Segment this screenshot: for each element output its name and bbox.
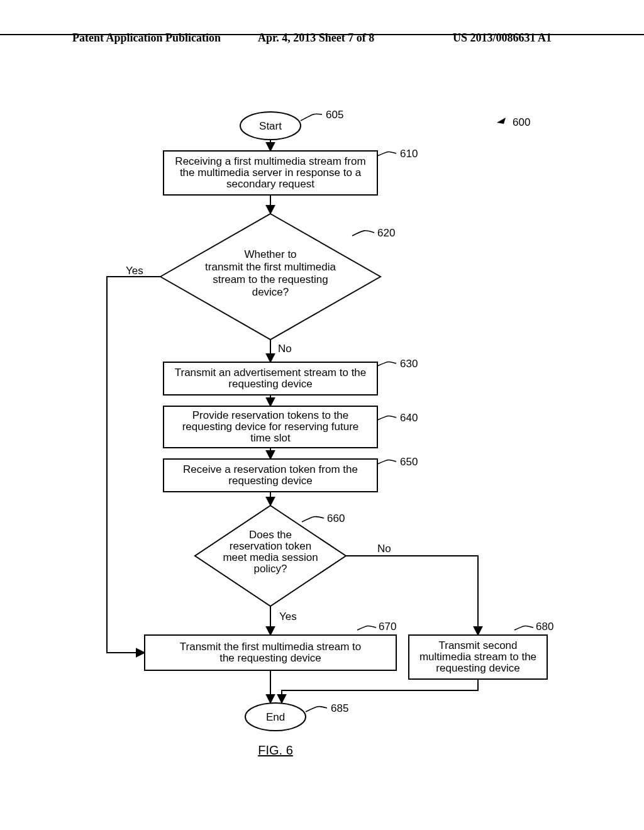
ref-605: 605	[326, 109, 343, 121]
node-610-line2: the multimedia server in response to a	[180, 167, 362, 179]
node-660-line4: policy?	[254, 563, 287, 575]
node-620: Whether to transmit the first multimedia…	[160, 214, 395, 340]
node-620-line2: transmit the first multimedia	[205, 261, 336, 273]
node-640-line3: time slot	[250, 432, 291, 444]
node-680-line3: requesting device	[436, 662, 519, 674]
page-header: Patent Application Publication Apr. 4, 2…	[0, 31, 644, 35]
figure-caption: FIG. 6	[258, 743, 293, 757]
ref-610: 610	[400, 148, 418, 160]
flowchart-svg: 600 Start 605 Receiving a first multimed…	[0, 88, 644, 780]
ref-640: 640	[400, 412, 418, 424]
ref-620: 620	[377, 227, 395, 239]
node-650-line2: requesting device	[228, 475, 312, 487]
ref-630: 630	[400, 358, 418, 370]
node-650-line1: Receive a reservation token from the	[183, 463, 358, 475]
edge-620-no-label: No	[278, 343, 292, 355]
node-620-line4: device?	[252, 286, 289, 298]
node-640-line1: Provide reservation tokens to the	[192, 409, 349, 421]
node-660: Does the reservation token meet media se…	[195, 506, 346, 606]
node-630-line1: Transmit an advertisement stream to the	[175, 367, 367, 379]
node-630-line2: requesting device	[228, 378, 312, 390]
node-end-text: End	[266, 711, 285, 723]
ref-600: 600	[497, 116, 530, 128]
node-660-line3: meet media session	[223, 551, 318, 563]
ref-685: 685	[331, 702, 348, 714]
node-670-line2: the requesting device	[219, 652, 321, 664]
ref-680: 680	[536, 621, 553, 633]
edge-660-yes-label: Yes	[279, 611, 297, 622]
figure-canvas: 600 Start 605 Receiving a first multimed…	[0, 88, 644, 780]
edge-620-yes-label: Yes	[126, 265, 143, 277]
node-640-line2: requesting device for reserving future	[182, 421, 359, 433]
edge-620-670	[107, 277, 160, 653]
node-610-line1: Receiving a first multimedia stream from	[175, 155, 365, 167]
node-610-line3: secondary request	[226, 178, 314, 190]
node-640: Provide reservation tokens to the reques…	[164, 406, 418, 448]
node-680: Transmit second multimedia stream to the…	[409, 621, 553, 679]
node-620-line1: Whether to	[244, 248, 296, 260]
node-630: Transmit an advertisement stream to the …	[164, 358, 418, 395]
node-start: Start 605	[240, 109, 343, 140]
header-right: US 2013/0086631 A1	[453, 31, 552, 45]
node-660-line2: reservation token	[230, 540, 311, 552]
ref-650: 650	[400, 456, 418, 468]
header-left: Patent Application Publication	[72, 31, 221, 45]
node-end: End 685	[245, 702, 348, 731]
edge-680-end	[282, 679, 478, 703]
header-mid: Apr. 4, 2013 Sheet 7 of 8	[258, 31, 374, 45]
node-660-line1: Does the	[249, 529, 292, 541]
edge-660-680	[346, 556, 478, 635]
node-start-text: Start	[259, 120, 282, 132]
ref-600-label: 600	[513, 116, 530, 128]
node-680-line2: multimedia stream to the	[419, 651, 536, 663]
ref-670: 670	[379, 621, 396, 633]
ref-660: 660	[327, 512, 345, 524]
node-670-line1: Transmit the first multimedia stream to	[180, 641, 361, 653]
node-620-line3: stream to the requesting	[213, 274, 328, 285]
node-680-line1: Transmit second	[438, 639, 517, 651]
node-650: Receive a reservation token from the req…	[164, 456, 418, 492]
node-610: Receiving a first multimedia stream from…	[164, 148, 418, 195]
edge-660-no-label: No	[377, 543, 391, 555]
